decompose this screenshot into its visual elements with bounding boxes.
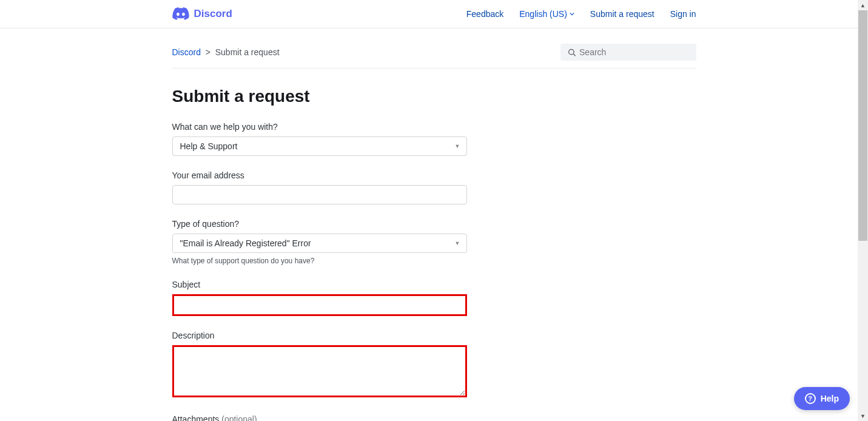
scrollbar-down-arrow[interactable]: ▼ [858, 411, 868, 421]
optional-text: (optional) [221, 414, 257, 421]
field-email: Your email address [172, 170, 467, 204]
select-help-with-value: Help & Support [180, 141, 238, 151]
select-question-type-value: "Email is Already Registered" Error [180, 238, 311, 248]
breadcrumb-search-row: Discord > Submit a request [172, 29, 696, 69]
scrollbar-thumb[interactable] [858, 10, 867, 241]
breadcrumb-current: Submit a request [215, 47, 280, 57]
label-description: Description [172, 331, 467, 340]
field-subject: Subject [172, 280, 467, 316]
discord-logo-icon [172, 7, 189, 21]
label-question-type: Type of question? [172, 219, 467, 229]
page-title: Submit a request [172, 87, 696, 106]
help-widget-label: Help [821, 394, 839, 403]
field-attachments: Attachments (optional) Add file or drop … [172, 414, 467, 421]
nav-submit-request[interactable]: Submit a request [590, 9, 654, 19]
header: Discord Feedback English (US) Submit a r… [0, 0, 868, 29]
breadcrumb-home[interactable]: Discord [172, 47, 201, 57]
search-box[interactable] [560, 44, 696, 61]
help-question-icon: ? [805, 393, 816, 404]
nav-sign-in[interactable]: Sign in [670, 9, 696, 19]
label-subject: Subject [172, 280, 467, 289]
top-nav: Feedback English (US) Submit a request S… [466, 9, 696, 19]
breadcrumb: Discord > Submit a request [172, 47, 280, 57]
dropdown-arrow-icon: ▼ [455, 240, 460, 246]
select-question-type[interactable]: "Email is Already Registered" Error ▼ [172, 234, 467, 253]
helper-question-type: What type of support question do you hav… [172, 257, 467, 265]
chevron-down-icon [570, 12, 574, 16]
input-subject[interactable] [172, 294, 467, 316]
field-help-with: What can we help you with? Help & Suppor… [172, 122, 467, 156]
language-label: English (US) [519, 9, 567, 19]
label-help-with: What can we help you with? [172, 122, 467, 132]
textarea-description[interactable] [172, 345, 467, 397]
breadcrumb-separator: > [203, 47, 215, 57]
svg-line-1 [573, 54, 575, 56]
language-selector[interactable]: English (US) [519, 9, 574, 19]
label-attachments: Attachments (optional) [172, 414, 467, 421]
logo-link[interactable]: Discord [172, 7, 232, 21]
scrollbar[interactable]: ▲ ▼ [858, 0, 868, 421]
search-icon [568, 48, 576, 57]
logo-text: Discord [194, 8, 232, 20]
field-question-type: Type of question? "Email is Already Regi… [172, 219, 467, 265]
help-widget-button[interactable]: ? Help [794, 387, 850, 410]
select-help-with[interactable]: Help & Support ▼ [172, 136, 467, 156]
scrollbar-up-arrow[interactable]: ▲ [858, 0, 868, 10]
svg-point-0 [568, 49, 573, 54]
field-description: Description [172, 331, 467, 400]
dropdown-arrow-icon: ▼ [455, 143, 460, 149]
label-email: Your email address [172, 170, 467, 180]
input-email[interactable] [172, 185, 467, 204]
search-input[interactable] [579, 47, 688, 57]
nav-feedback[interactable]: Feedback [466, 9, 503, 19]
